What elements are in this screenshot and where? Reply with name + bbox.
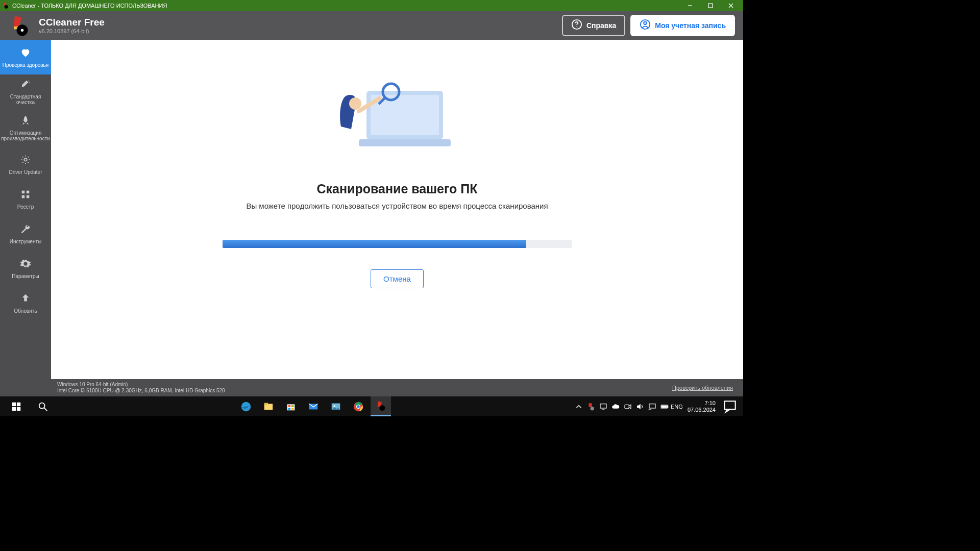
app-logo-icon xyxy=(8,14,31,37)
main-content: Сканирование вашего ПК Вы можете продолж… xyxy=(51,40,743,396)
svg-point-44 xyxy=(357,405,360,408)
tray-onedrive-icon[interactable] xyxy=(611,402,620,411)
svg-rect-55 xyxy=(724,401,735,409)
svg-line-30 xyxy=(44,408,47,411)
status-bar: Windows 10 Pro 64-bit (Admin) Intel Core… xyxy=(51,379,743,396)
help-icon xyxy=(571,19,582,32)
svg-point-41 xyxy=(334,405,336,407)
sidebar-item-upgrade[interactable]: Обновить xyxy=(0,286,51,320)
tray-volume-icon[interactable] xyxy=(635,402,645,411)
svg-rect-49 xyxy=(625,405,629,409)
titlebar-app-icon xyxy=(2,2,9,9)
sidebar-item-health[interactable]: Проверка здоровья xyxy=(0,40,51,74)
taskbar-app-edge[interactable] xyxy=(236,396,256,416)
sidebar-item-tools[interactable]: Инструменты xyxy=(0,216,51,251)
gear-icon xyxy=(20,258,31,270)
window-minimize-button[interactable] xyxy=(680,0,700,11)
tray-action-center-icon[interactable] xyxy=(722,398,738,415)
svg-point-11 xyxy=(644,22,647,25)
svg-point-22 xyxy=(349,97,361,110)
svg-rect-15 xyxy=(22,190,25,193)
svg-rect-2 xyxy=(708,4,713,8)
sidebar-item-label: Стандартная очистка xyxy=(1,94,50,105)
wrench-icon xyxy=(20,223,31,236)
sidebar: Проверка здоровья Стандартная очистка Оп… xyxy=(0,40,51,396)
svg-point-7 xyxy=(21,29,24,32)
tray-clock[interactable]: 7:10 07.06.2024 xyxy=(684,400,719,412)
svg-rect-25 xyxy=(12,402,16,406)
main-title: Сканирование вашего ПК xyxy=(317,182,478,196)
svg-point-12 xyxy=(29,81,30,82)
windows-taskbar: ENG 7:10 07.06.2024 xyxy=(0,396,743,416)
tray-date: 07.06.2024 xyxy=(688,407,716,413)
tray-network-icon[interactable] xyxy=(648,402,657,411)
taskbar-app-mail[interactable] xyxy=(303,396,324,416)
cancel-button[interactable]: Отмена xyxy=(371,269,424,288)
tray-chevron-up-icon[interactable] xyxy=(574,402,583,411)
status-hardware: Intel Core i3-6100U CPU @ 2.30GHz, 6,0GB… xyxy=(57,388,225,394)
svg-rect-28 xyxy=(17,407,20,410)
arrow-up-icon xyxy=(20,293,31,305)
svg-point-9 xyxy=(576,27,577,27)
sidebar-item-label: Реестр xyxy=(17,204,34,210)
svg-rect-36 xyxy=(291,405,294,407)
start-button[interactable] xyxy=(6,396,27,416)
scan-progress-fill xyxy=(223,240,526,248)
svg-rect-35 xyxy=(288,405,291,407)
svg-rect-18 xyxy=(27,195,30,198)
svg-rect-26 xyxy=(17,402,20,406)
svg-rect-27 xyxy=(12,407,16,410)
svg-rect-50 xyxy=(649,404,655,408)
window-titlebar: CCleaner - ТОЛЬКО ДЛЯ ДОМАШНЕГО ИСПОЛЬЗО… xyxy=(0,0,743,11)
account-button[interactable]: Моя учетная запись xyxy=(630,15,735,36)
svg-point-29 xyxy=(39,403,45,408)
sidebar-item-label: Инструменты xyxy=(10,239,41,244)
main-subtitle: Вы можете продолжить пользоваться устрой… xyxy=(246,202,548,210)
tray-time: 7:10 xyxy=(688,400,716,406)
sidebar-item-options[interactable]: Параметры xyxy=(0,251,51,286)
rocket-icon xyxy=(20,115,31,127)
help-button[interactable]: Справка xyxy=(562,15,625,36)
svg-point-0 xyxy=(5,5,8,9)
sidebar-item-label: Обновить xyxy=(14,308,37,314)
app-name: CCleaner Free xyxy=(39,17,105,28)
tray-ccleaner-icon[interactable] xyxy=(586,402,596,411)
svg-rect-17 xyxy=(22,195,25,198)
tray-input-language[interactable]: ENG xyxy=(672,402,681,411)
user-icon xyxy=(640,19,651,32)
brush-clean-icon xyxy=(20,79,31,91)
tray-battery-icon[interactable] xyxy=(660,402,669,411)
status-os: Windows 10 Pro 64-bit (Admin) xyxy=(57,382,225,388)
check-updates-link[interactable]: Проверить обновления xyxy=(672,385,733,391)
app-header: CCleaner Free v6.20.10897 (64-bit) Справ… xyxy=(0,11,743,40)
taskbar-app-ccleaner[interactable] xyxy=(371,396,391,416)
sidebar-item-custom-clean[interactable]: Стандартная очистка xyxy=(0,74,51,109)
sidebar-item-label: Driver Updater xyxy=(9,169,42,175)
svg-point-13 xyxy=(29,82,30,83)
chip-gear-icon xyxy=(20,154,31,166)
window-title: CCleaner - ТОЛЬКО ДЛЯ ДОМАШНЕГО ИСПОЛЬЗО… xyxy=(12,3,680,9)
taskbar-app-explorer[interactable] xyxy=(258,396,279,416)
sidebar-item-driver-updater[interactable]: Driver Updater xyxy=(0,147,51,182)
sidebar-item-registry[interactable]: Реестр xyxy=(0,182,51,216)
sidebar-item-label: Параметры xyxy=(12,273,39,279)
tray-display-icon[interactable] xyxy=(599,402,608,411)
svg-rect-53 xyxy=(667,406,668,407)
help-button-label: Справка xyxy=(586,21,616,30)
search-icon[interactable] xyxy=(33,396,53,416)
account-button-label: Моя учетная запись xyxy=(655,21,726,30)
taskbar-app-chrome[interactable] xyxy=(348,396,369,416)
taskbar-app-photos[interactable] xyxy=(326,396,346,416)
sidebar-item-perf-optimizer[interactable]: Оптимизация производительности xyxy=(0,109,51,147)
svg-rect-37 xyxy=(288,408,291,410)
app-version: v6.20.10897 (64-bit) xyxy=(39,28,105,34)
svg-rect-54 xyxy=(662,406,667,407)
window-close-button[interactable] xyxy=(721,0,741,11)
window-maximize-button[interactable] xyxy=(700,0,721,11)
scan-progress-bar xyxy=(223,240,572,248)
taskbar-app-store[interactable] xyxy=(281,396,301,416)
tray-meet-now-icon[interactable] xyxy=(623,402,632,411)
svg-point-14 xyxy=(24,158,27,161)
svg-point-46 xyxy=(590,407,594,411)
sidebar-item-label: Оптимизация производительности xyxy=(1,130,50,141)
